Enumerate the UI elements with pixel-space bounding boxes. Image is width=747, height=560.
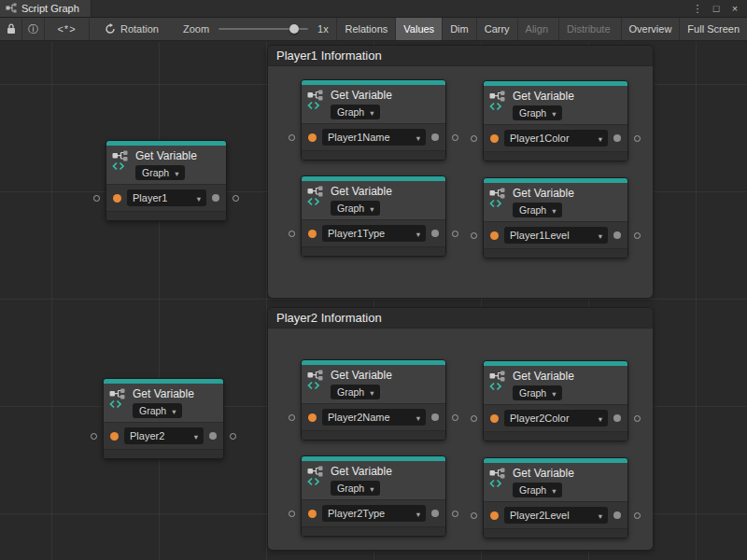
output-connection-port[interactable] [452,511,458,517]
value-input-port[interactable] [113,194,121,203]
input-connection-port[interactable] [471,512,477,519]
value-input-port[interactable] [490,414,499,423]
input-connection-port[interactable] [289,414,295,421]
variable-kind-dropdown[interactable]: Graph ▾ [135,165,185,180]
get-variable-node[interactable]: Get Variable Graph ▾ Player2Type ▾ [301,455,446,537]
output-connection-port[interactable] [634,135,641,142]
variable-name-dropdown[interactable]: Player2Color ▾ [504,410,608,427]
tab-script-graph[interactable]: Script Graph [0,0,92,17]
node-port-row: Player1Type ▾ [302,219,445,246]
value-input-port[interactable] [308,413,317,422]
variable-kind-dropdown[interactable]: Graph ▾ [331,105,380,119]
get-variable-node[interactable]: Get Variable Graph ▾ Player2Level ▾ [483,457,628,539]
input-connection-port[interactable] [91,433,97,440]
variable-name-dropdown[interactable]: Player1Name ▾ [322,129,426,146]
get-variable-node[interactable]: Get Variable Graph ▾ Player1Color ▾ [483,80,628,161]
value-output-port[interactable] [212,194,219,202]
rotation-control[interactable]: Rotation [105,18,159,40]
variable-kind-dropdown[interactable]: Graph ▾ [331,481,380,496]
output-connection-port[interactable] [230,433,236,440]
variable-name-dropdown[interactable]: Player2Type ▾ [322,505,426,522]
get-variable-node[interactable]: Get Variable Graph ▾ Player1Level ▾ [483,177,628,259]
toolbar-button-overview[interactable]: Overview [621,18,680,40]
variable-kind-dropdown[interactable]: Graph ▾ [513,105,562,120]
variable-kind-dropdown[interactable]: Graph ▾ [331,201,380,216]
variable-kind-dropdown[interactable]: Graph ▾ [331,385,380,399]
toolbar-button-align[interactable]: Align [517,18,558,40]
value-input-port[interactable] [308,133,317,142]
toolbar-button-relations[interactable]: Relations [336,18,395,40]
variable-name-label: Player2Color [510,413,570,424]
variable-kind-dropdown[interactable]: Graph ▾ [513,203,562,217]
variable-name-dropdown[interactable]: Player2Name ▾ [322,409,426,426]
variable-name-dropdown[interactable]: Player1Color ▾ [504,130,608,147]
value-input-port[interactable] [308,230,317,238]
node-title: Get Variable [513,370,574,383]
get-variable-node[interactable]: Get Variable Graph ▾ Player1Type ▾ [301,175,446,257]
value-output-port[interactable] [613,511,621,519]
output-connection-port[interactable] [233,195,239,202]
output-connection-port[interactable] [634,512,641,519]
value-output-port[interactable] [613,414,621,422]
code-view-icon: <*> [57,23,76,35]
value-input-port[interactable] [490,231,499,240]
output-connection-port[interactable] [452,134,458,141]
toolbar-button-label: Dim [450,23,469,35]
variable-name-dropdown[interactable]: Player2 ▾ [124,427,204,444]
input-connection-port[interactable] [289,511,295,517]
value-output-port[interactable] [431,133,439,141]
window-menu-icon[interactable]: ⋮ [689,1,706,17]
output-connection-port[interactable] [452,231,458,237]
node-footer [484,248,627,258]
toolbar-button-distribute[interactable]: Distribute [558,18,620,40]
group-header[interactable]: Player1 Information [268,46,653,66]
input-connection-port[interactable] [289,134,295,141]
value-input-port[interactable] [110,432,119,441]
toolbar-button-values[interactable]: Values [395,18,442,40]
toolbar-button-carry[interactable]: Carry [476,18,517,40]
get-variable-node[interactable]: Get Variable Graph ▾ Player1Name ▾ [301,79,446,161]
code-view-button[interactable]: <*> [45,18,90,40]
variable-kind-dropdown[interactable]: Graph ▾ [513,385,562,400]
graph-canvas[interactable]: Player1 Information Player2 Information … [0,42,747,560]
lock-button[interactable] [0,18,22,40]
input-connection-port[interactable] [471,135,477,142]
info-button[interactable]: ⓘ [22,18,45,40]
value-input-port[interactable] [490,134,499,143]
variable-name-dropdown[interactable]: Player2Level ▾ [504,507,608,524]
input-connection-port[interactable] [93,195,100,202]
group-header[interactable]: Player2 Information [268,308,653,329]
output-connection-port[interactable] [452,414,458,421]
value-output-port[interactable] [613,231,621,239]
zoom-slider-knob[interactable] [289,24,299,34]
zoom-slider[interactable] [218,28,308,30]
variable-name-dropdown[interactable]: Player1Type ▾ [322,225,426,242]
value-input-port[interactable] [490,511,499,520]
value-output-port[interactable] [613,134,621,142]
window-maximize-icon[interactable]: □ [708,1,725,17]
value-output-port[interactable] [209,432,217,440]
toolbar-button-full-screen[interactable]: Full Screen [679,18,747,40]
variable-name-dropdown[interactable]: Player1 ▾ [127,189,206,206]
value-input-port[interactable] [308,510,317,518]
get-variable-node[interactable]: Get Variable Graph ▾ Player2 ▾ [103,378,224,459]
window-close-icon[interactable]: × [726,1,743,17]
value-output-port[interactable] [431,413,439,421]
get-variable-node[interactable]: Get Variable Graph ▾ Player2Color ▾ [483,360,628,441]
get-variable-node[interactable]: Get Variable Graph ▾ Player1 ▾ [106,140,227,221]
variable-kind-dropdown[interactable]: Graph ▾ [133,403,182,418]
variable-name-dropdown[interactable]: Player1Level ▾ [504,227,608,244]
toolbar-button-label: Full Screen [687,23,740,35]
variable-name-label: Player1Name [328,132,390,143]
value-output-port[interactable] [431,230,439,237]
value-output-port[interactable] [431,510,439,517]
variable-kind-dropdown[interactable]: Graph ▾ [513,483,562,497]
toolbar-button-dim[interactable]: Dim [442,18,476,40]
output-connection-port[interactable] [634,232,641,239]
input-connection-port[interactable] [471,415,477,422]
get-variable-node[interactable]: Get Variable Graph ▾ Player2Name ▾ [301,359,446,441]
input-connection-port[interactable] [471,232,477,239]
output-connection-port[interactable] [634,415,641,422]
kind-label: Graph [519,107,546,119]
input-connection-port[interactable] [289,231,295,237]
